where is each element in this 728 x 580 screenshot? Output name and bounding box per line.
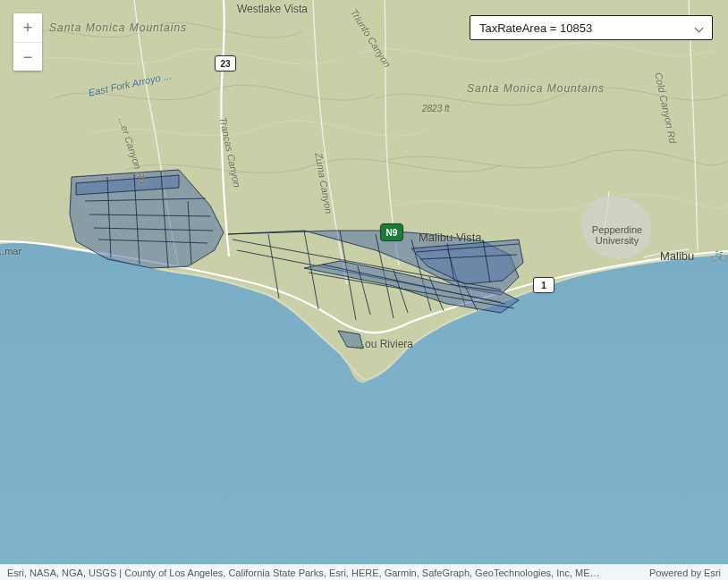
- ocean: [0, 241, 728, 580]
- map-viewport[interactable]: Westlake Vista Santa Monica Mountains Sa…: [0, 0, 728, 580]
- filter-dropdown[interactable]: TaxRateArea = 10853: [470, 15, 713, 40]
- attribution-sources: Esri, NASA, NGA, USGS | County of Los An…: [7, 567, 600, 578]
- zoom-out-button[interactable]: −: [13, 42, 42, 71]
- attribution-powered-by[interactable]: Powered by Esri: [649, 567, 721, 578]
- filter-expression-text: TaxRateArea = 10853: [479, 21, 592, 35]
- zoom-in-button[interactable]: +: [13, 13, 42, 42]
- chevron-down-icon: [696, 23, 705, 32]
- attribution-bar: Esri, NASA, NGA, USGS | County of Los An…: [0, 564, 728, 580]
- zoom-control: + −: [13, 13, 42, 71]
